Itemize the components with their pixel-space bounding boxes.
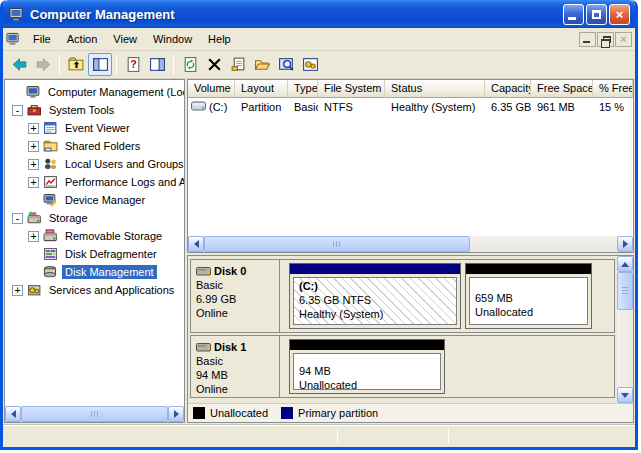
primary-partition-swatch xyxy=(281,407,293,419)
expand-expander[interactable]: + xyxy=(12,285,23,296)
scroll-left-button[interactable] xyxy=(188,236,204,252)
scroll-thumb[interactable] xyxy=(204,236,470,252)
menu-view[interactable]: View xyxy=(105,30,145,48)
tree-item-event-viewer[interactable]: + Event Viewer xyxy=(5,119,184,137)
forward-button[interactable] xyxy=(31,53,55,76)
back-button[interactable] xyxy=(7,53,31,76)
tree-item-disk-defragmenter[interactable]: Disk Defragmenter xyxy=(5,245,184,263)
scroll-right-button[interactable] xyxy=(617,236,633,252)
svg-text:?: ? xyxy=(130,58,136,70)
view-button[interactable] xyxy=(274,53,298,76)
layout-cell: Partition xyxy=(235,101,288,113)
properties-button[interactable] xyxy=(226,53,250,76)
expand-expander[interactable]: + xyxy=(28,231,39,242)
maximize-button[interactable] xyxy=(586,4,607,25)
expand-expander[interactable]: + xyxy=(28,123,39,134)
disk-0-label[interactable]: Disk 0 Basic 6.99 GB Online xyxy=(191,260,280,332)
expand-expander[interactable]: + xyxy=(28,159,39,170)
column-header-capacity[interactable]: Capacity xyxy=(485,80,531,98)
column-header-free-space[interactable]: Free Space xyxy=(531,80,593,98)
close-button[interactable]: × xyxy=(609,4,630,25)
scroll-thumb[interactable] xyxy=(21,406,168,422)
tree-item-local-users-and-groups[interactable]: + Local Users and Groups xyxy=(5,155,184,173)
scroll-thumb[interactable] xyxy=(617,272,633,310)
tree-item-disk-management[interactable]: Disk Management xyxy=(5,263,184,281)
delete-icon xyxy=(206,56,223,73)
performance-icon xyxy=(43,175,58,189)
menu-help[interactable]: Help xyxy=(200,30,239,48)
tree-item-system-tools[interactable]: - System Tools xyxy=(5,101,184,119)
disk-1-label[interactable]: Disk 1 Basic 94 MB Online xyxy=(191,336,280,397)
collapse-expander[interactable]: - xyxy=(12,213,23,224)
delete-button[interactable] xyxy=(202,53,226,76)
scroll-left-button[interactable] xyxy=(5,406,21,422)
menu-file[interactable]: File xyxy=(25,30,59,48)
open-folder-icon xyxy=(254,56,271,73)
scroll-track[interactable] xyxy=(470,236,617,252)
volume-list-header: Volume Layout Type File System Status Ca… xyxy=(188,80,633,98)
tree-item-device-manager[interactable]: Device Manager xyxy=(5,191,184,209)
legend-label-unallocated: Unallocated xyxy=(210,407,268,419)
toolbar-separator xyxy=(173,55,174,75)
tree-item-removable-storage[interactable]: + Removable Storage xyxy=(5,227,184,245)
column-header-pct-free[interactable]: % Free xyxy=(593,80,633,98)
help-topics-button[interactable]: ? xyxy=(121,53,145,76)
tree-item-shared-folders[interactable]: + Shared Folders xyxy=(5,137,184,155)
title-bar[interactable]: Computer Management × xyxy=(3,0,635,28)
open-button[interactable] xyxy=(250,53,274,76)
disk-pane-vertical-scrollbar[interactable] xyxy=(617,256,633,403)
disk-row-0: Disk 0 Basic 6.99 GB Online (C xyxy=(190,259,615,333)
device-manager-icon xyxy=(43,193,58,207)
status-bar xyxy=(3,425,635,447)
tree-item-storage[interactable]: - Storage xyxy=(5,209,184,227)
removable-storage-icon xyxy=(43,229,58,243)
back-icon xyxy=(11,56,28,73)
disk-0-size: 6.99 GB xyxy=(196,292,277,306)
show-hide-action-pane-button[interactable] xyxy=(145,53,169,76)
scroll-right-button[interactable] xyxy=(168,406,184,422)
scroll-up-button[interactable] xyxy=(617,256,633,272)
column-header-type[interactable]: Type xyxy=(288,80,318,98)
column-header-status[interactable]: Status xyxy=(385,80,485,98)
app-icon xyxy=(9,7,25,22)
system-tools-icon xyxy=(27,103,42,117)
expand-expander[interactable]: + xyxy=(28,177,39,188)
computer-management-window: Computer Management × File Action View W… xyxy=(0,0,638,450)
column-header-layout[interactable]: Layout xyxy=(235,80,288,98)
menu-bar: File Action View Window Help × xyxy=(3,28,635,51)
scroll-track[interactable] xyxy=(617,310,633,387)
computer-icon xyxy=(26,85,41,99)
storage-icon xyxy=(27,211,42,225)
column-header-file-system[interactable]: File System xyxy=(318,80,385,98)
capacity-cell: 6.35 GB xyxy=(485,101,531,113)
unallocated-segment-disk0[interactable]: 659 MB Unallocated xyxy=(465,263,592,329)
gears-icon xyxy=(302,56,319,73)
mdi-window-icon xyxy=(6,32,21,46)
mdi-close-button: × xyxy=(615,32,632,47)
menu-action[interactable]: Action xyxy=(59,30,106,48)
tree-horizontal-scrollbar[interactable] xyxy=(5,406,184,422)
mdi-minimize-button[interactable] xyxy=(579,32,596,47)
minimize-button[interactable] xyxy=(563,4,584,25)
help-button[interactable] xyxy=(298,53,322,76)
show-hide-console-tree-button[interactable] xyxy=(88,53,112,76)
tree-item-performance-logs[interactable]: + Performance Logs and Alerts xyxy=(5,173,184,191)
column-header-volume[interactable]: Volume xyxy=(188,80,235,98)
tree-item-services-and-applications[interactable]: + Services and Applications xyxy=(5,281,184,299)
volume-row-c[interactable]: (C:) Partition Basic NTFS Healthy (Syste… xyxy=(188,98,633,115)
menu-window[interactable]: Window xyxy=(145,30,200,48)
volume-horizontal-scrollbar[interactable] xyxy=(188,236,633,252)
scroll-down-button[interactable] xyxy=(617,387,633,403)
refresh-button[interactable] xyxy=(178,53,202,76)
partition-c-segment[interactable]: (C:) 6.35 GB NTFS Healthy (System) xyxy=(289,263,461,329)
unallocated-segment-disk1[interactable]: 94 MB Unallocated xyxy=(289,339,445,394)
disk-defragmenter-icon xyxy=(43,247,58,261)
users-icon xyxy=(43,157,58,171)
disk-0-kind: Basic xyxy=(196,278,277,292)
tree-item-computer-management[interactable]: Computer Management (Local) xyxy=(5,83,184,101)
up-one-level-button[interactable] xyxy=(64,53,88,76)
collapse-expander[interactable]: - xyxy=(12,105,23,116)
mdi-restore-button[interactable] xyxy=(597,32,614,47)
expand-expander[interactable]: + xyxy=(28,141,39,152)
disk-0-state: Online xyxy=(196,306,277,320)
